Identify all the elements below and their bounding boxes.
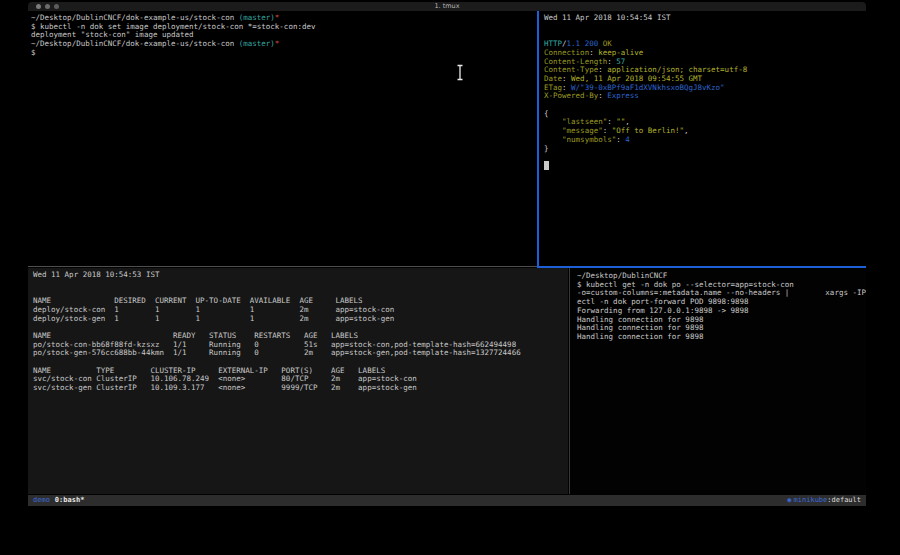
pane-divider-horizontal-left[interactable] <box>28 266 537 267</box>
terminal-pane-top-right-active[interactable]: Wed 11 Apr 2018 10:54:54 IST HTTP/1.1 20… <box>539 11 866 266</box>
tmux-status-bar: demo 0:bash* ◉ minikube :default <box>28 495 866 506</box>
window-title: 1. tmux <box>28 2 866 11</box>
tmux-content-area: ~/Desktop/DublinCNCF/dok-example-us/stoc… <box>28 11 866 495</box>
window-titlebar: 1. tmux <box>28 2 866 11</box>
minimize-button[interactable] <box>45 4 50 9</box>
kubernetes-icon: ◉ <box>787 495 791 506</box>
close-button[interactable] <box>36 4 41 9</box>
terminal-pane-top-left[interactable]: ~/Desktop/DublinCNCF/dok-example-us/stoc… <box>28 11 537 266</box>
traffic-light-buttons <box>36 4 59 9</box>
zoom-button[interactable] <box>54 4 59 9</box>
pane-divider-vertical-bottom[interactable] <box>569 268 570 494</box>
kube-context: minikube <box>794 495 828 506</box>
session-name: demo <box>33 495 50 506</box>
terminal-pane-bottom-right[interactable]: ~/Desktop/DublinCNCF$ kubectl get -n dok… <box>571 268 866 494</box>
pane-divider-vertical-top-active[interactable] <box>537 11 539 268</box>
text-ibeam-cursor <box>456 64 464 81</box>
terminal-pane-bottom-left[interactable]: Wed 11 Apr 2018 10:54:53 IST NAME DESIRE… <box>28 268 568 494</box>
desktop-background: 1. tmux ~/Desktop/DublinCNCF/dok-example… <box>0 0 900 555</box>
pane-divider-horizontal-right-active[interactable] <box>537 266 866 268</box>
terminal-window: 1. tmux ~/Desktop/DublinCNCF/dok-example… <box>28 2 866 506</box>
window-tab-bash[interactable]: 0:bash* <box>55 495 85 506</box>
kube-namespace: :default <box>827 495 861 506</box>
